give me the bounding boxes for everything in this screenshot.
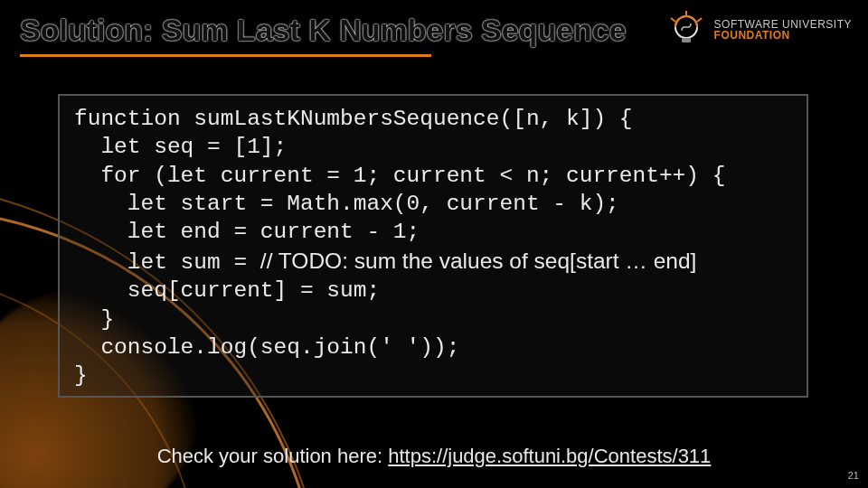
code-line-4: let start = Math.max(0, current - k); <box>74 192 619 216</box>
title-underline <box>20 54 431 57</box>
slide-title: Solution: Sum Last K Numbers Sequence <box>20 13 627 48</box>
code-line-7: seq[current] = sum; <box>74 278 380 303</box>
slide: Solution: Sum Last K Numbers Sequence SO… <box>0 0 868 488</box>
page-number: 21 <box>848 470 859 481</box>
code-comment: // TODO: sum the values of seq[start … e… <box>260 249 697 273</box>
code-content: function sumLastKNumbersSequence([n, k])… <box>74 105 792 390</box>
logo-line-2: FOUNDATION <box>714 30 852 41</box>
footer-note: Check your solution here: https://judge.… <box>0 445 868 468</box>
code-line-3: for (let current = 1; current < n; curre… <box>74 164 725 188</box>
svg-line-2 <box>671 18 675 22</box>
logo: SOFTWARE UNIVERSITY FOUNDATION <box>665 9 852 51</box>
code-line-2: let seq = [1]; <box>74 135 287 159</box>
logo-text: SOFTWARE UNIVERSITY FOUNDATION <box>714 19 852 41</box>
code-line-10: } <box>74 363 88 388</box>
code-line-1: function sumLastKNumbersSequence([n, k])… <box>74 107 633 131</box>
svg-line-3 <box>697 18 702 22</box>
code-block: function sumLastKNumbersSequence([n, k])… <box>58 94 808 398</box>
footer-prefix: Check your solution here: <box>157 445 389 467</box>
code-line-9: console.log(seq.join(' ')); <box>74 335 459 360</box>
footer-link[interactable]: https://judge.softuni.bg/Contests/311 <box>388 445 711 467</box>
code-line-6a: let sum = <box>74 250 260 275</box>
lightbulb-icon <box>665 9 707 51</box>
code-line-5: let end = current - 1; <box>74 220 420 244</box>
svg-rect-1 <box>682 38 691 42</box>
code-line-8: } <box>74 307 114 332</box>
